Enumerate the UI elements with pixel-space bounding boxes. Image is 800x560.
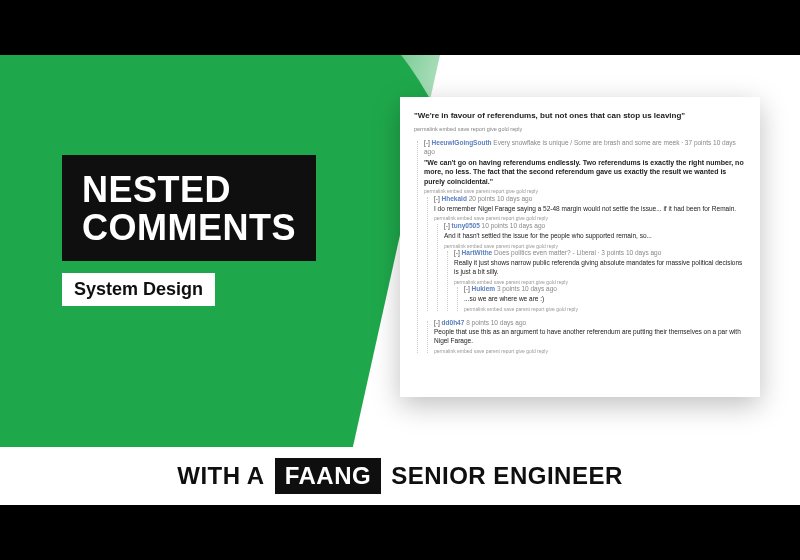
comment-meta: Does politics even matter? - Liberal · 3… xyxy=(494,249,661,256)
comment-head: [-] Hhekald 20 points 10 days ago xyxy=(434,195,746,204)
comment-body: Really it just shows narrow public refer… xyxy=(454,259,746,277)
footer-prefix: WITH A xyxy=(177,462,264,490)
comment-body: And it hasn't settled the issue for the … xyxy=(444,232,746,241)
comment-meta: 3 points 10 days ago xyxy=(497,285,557,292)
comment-meta: 20 points 10 days ago xyxy=(469,195,533,202)
comment-head: [-] Hukiem 3 points 10 days ago xyxy=(464,285,746,294)
comment-actions: permalink embed save parent report give … xyxy=(454,279,746,286)
comment-meta: 10 points 10 days ago xyxy=(482,222,546,229)
comment: [-] tuny0505 10 points 10 days agoAnd it… xyxy=(434,222,746,313)
comment: [-] Hhekald 20 points 10 days agoI do re… xyxy=(424,195,746,313)
title-line-1: NESTED xyxy=(82,171,296,209)
comment-actions: permalink embed save parent report give … xyxy=(444,243,746,250)
thumbnail-main: NESTED COMMENTS System Design "We're in … xyxy=(0,55,800,505)
title-box: NESTED COMMENTS xyxy=(62,155,316,261)
comment: [-] Hukiem 3 points 10 days ago...so we … xyxy=(454,285,746,312)
comment-head: [-] HeeuwlGoingSouth Every snowflake is … xyxy=(424,139,746,157)
reddit-screenshot: "We're in favour of referendums, but not… xyxy=(400,97,760,397)
comment-user: HartWithe xyxy=(462,249,493,256)
comment-actions: permalink embed save parent report give … xyxy=(434,348,746,355)
comment-body: "We can't go on having referendums endle… xyxy=(424,158,746,186)
comment-body: I do remember Nigel Farage saying a 52-4… xyxy=(434,205,746,214)
screenshot-header-quote: "We're in favour of referendums, but not… xyxy=(414,111,746,122)
letterbox-top xyxy=(0,0,800,55)
title-block: NESTED COMMENTS System Design xyxy=(62,155,316,306)
letterbox-bottom xyxy=(0,505,800,560)
footer-suffix: SENIOR ENGINEER xyxy=(391,462,623,490)
comment-head: [-] dd0h47 8 points 10 days ago xyxy=(434,319,746,328)
comment: [-] HartWithe Does politics even matter?… xyxy=(444,249,746,312)
comment-body: People that use this as an argument to h… xyxy=(434,328,746,346)
comment-head: [-] tuny0505 10 points 10 days ago xyxy=(444,222,746,231)
comment-user: Hhekald xyxy=(442,195,467,202)
comment-thread-root: [-] HeeuwlGoingSouth Every snowflake is … xyxy=(414,139,746,355)
footer-tag: FAANG xyxy=(275,458,382,494)
comment-body: ...so we are where we are :) xyxy=(464,295,746,304)
comment: [-] dd0h47 8 points 10 days agoPeople th… xyxy=(424,319,746,355)
comment-actions: permalink embed save parent report give … xyxy=(464,306,746,313)
comment-user: dd0h47 xyxy=(442,319,465,326)
title-line-2: COMMENTS xyxy=(82,209,296,247)
comment-user: tuny0505 xyxy=(452,222,480,229)
comment: [-] HeeuwlGoingSouth Every snowflake is … xyxy=(414,139,746,355)
comment-head: [-] HartWithe Does politics even matter?… xyxy=(454,249,746,258)
comment-actions: permalink embed save parent report give … xyxy=(424,188,746,195)
comment-meta: 8 points 10 days ago xyxy=(466,319,526,326)
subtitle-box: System Design xyxy=(62,273,215,306)
screenshot-header-meta: permalink embed save report give gold re… xyxy=(414,126,746,133)
comment-user: Hukiem xyxy=(472,285,495,292)
footer-line: WITH A FAANG SENIOR ENGINEER xyxy=(0,447,800,505)
comment-user: HeeuwlGoingSouth xyxy=(432,139,492,146)
comment-actions: permalink embed save parent report give … xyxy=(434,215,746,222)
